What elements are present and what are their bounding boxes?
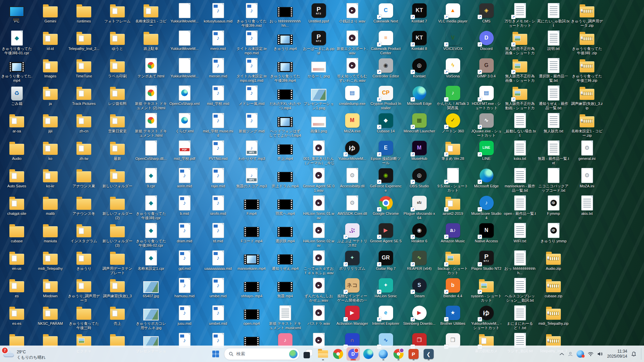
- desktop-icon[interactable]: ♪新規ソング.mid: [236, 113, 267, 133]
- desktop-icon[interactable]: PNT2おーばーまにあ.ppsf: [304, 30, 334, 55]
- desktop-icon[interactable]: G↗GIMP 3.0.4: [471, 58, 501, 78]
- desktop-icon[interactable]: ▶Groove Agent SE 01.wav: [304, 168, 334, 193]
- desktop-icon[interactable]: きゅうり食ってた.mp4: [2, 58, 32, 83]
- desktop-icon[interactable]: e↗Internet Explorer: [371, 305, 401, 326]
- desktop-icon[interactable]: ja: [35, 85, 65, 106]
- desktop-icon[interactable]: 羽尻へ.mp4: [270, 195, 300, 216]
- desktop-icon[interactable]: きゅうりボカコレ用サムネ.jpg: [136, 305, 166, 330]
- desktop-icon[interactable]: ♪meroin.mid: [203, 58, 233, 78]
- desktop-icon[interactable]: ▶答え知っててもむずいわこれ.wav: [337, 58, 367, 83]
- desktop-icon[interactable]: YukkuriMovieM...: [169, 30, 200, 51]
- desktop-icon[interactable]: 無題.mp4: [270, 278, 300, 298]
- desktop-icon[interactable]: ♪↗MuseScore Studio 4: [471, 195, 501, 220]
- desktop-icon[interactable]: ko-kr: [35, 168, 65, 188]
- desktop-icon[interactable]: 画像1.png: [304, 113, 334, 133]
- desktop-icon[interactable]: 新しいフォルダー: [102, 168, 132, 188]
- desktop-icon[interactable]: ラベル印刷: [102, 58, 132, 78]
- desktop-icon[interactable]: ♪PVTNd.mid: [203, 140, 233, 161]
- desktop-icon[interactable]: ▤createdump.exe: [337, 85, 367, 106]
- chevron-up-icon[interactable]: [559, 353, 564, 356]
- desktop-icon[interactable]: ✦↗ポリリリリズム: [337, 250, 367, 271]
- desktop-icon[interactable]: まにまにわーるど！.txt: [505, 305, 535, 330]
- desktop-icon[interactable]: ohhayo-.mp4: [236, 278, 267, 298]
- desktop-icon[interactable]: ♪kotusytuaaus.mid: [203, 3, 233, 23]
- desktop-icon[interactable]: プレゼンテーション1.png: [304, 85, 334, 110]
- desktop-icon[interactable]: id-id: [35, 30, 65, 51]
- desktop-icon[interactable]: PC: [2, 3, 32, 23]
- bell-dnd-icon[interactable]: z: [631, 351, 637, 357]
- desktop-icon[interactable]: ▶↗Activation Manager: [337, 305, 367, 326]
- desktop-icon[interactable]: ◆きゅうり食ってた午後3時-01.cpr: [2, 30, 32, 55]
- desktop-icon[interactable]: PNT2Untitled.ppsf: [304, 3, 334, 23]
- taskbar-task-view-button[interactable]: [301, 347, 315, 361]
- desktop-icon[interactable]: 井上.mp4: [270, 140, 300, 161]
- desktop-icon[interactable]: ↗無人販売不正行為 画像 - ショートカット: [505, 58, 535, 83]
- taskbar-weather-widget[interactable]: 7 29°C くもりのち晴れ: [3, 347, 46, 360]
- desktop-icon[interactable]: ↗筆まめ Ver.28: [438, 140, 468, 161]
- desktop-icon[interactable]: ◎↗OBS Studio: [404, 168, 434, 188]
- desktop-icon[interactable]: 新規 テキスト ドキュメント.html: [136, 113, 166, 138]
- desktop-icon[interactable]: きゅうり食ってた午後3時.mp4: [270, 58, 300, 83]
- desktop-icon[interactable]: ≡↗Cakewalk Product Center: [371, 30, 401, 55]
- desktop-icon[interactable]: ↗9.5.xlsx - ショートカット: [438, 168, 468, 193]
- desktop-icon[interactable]: ネコ↗孤独なインディーゲーム開発者の一生 ...: [337, 278, 367, 303]
- desktop-icon[interactable]: ⚙AWSSDK.Core.dll: [337, 195, 367, 216]
- desktop-icon[interactable]: ♪mid_学校.mid: [203, 85, 233, 106]
- desktop-icon[interactable]: 65407.jpg: [136, 278, 166, 298]
- desktop-icon[interactable]: Auto Saves: [2, 168, 32, 188]
- desktop-icon[interactable]: ♪umibe.mid: [203, 278, 233, 298]
- desktop-icon[interactable]: ϟ↗VoiSona: [438, 58, 468, 78]
- taskbar-start-button[interactable]: [209, 347, 222, 361]
- desktop-icon[interactable]: 選択肢.mp4: [270, 223, 300, 243]
- desktop-icon[interactable]: Gemini: [35, 3, 65, 23]
- desktop-icon[interactable]: ♪↗かんたん！AITalk 3 関西風: [438, 85, 468, 110]
- desktop-icon[interactable]: きゅうり.mp4: [270, 30, 300, 51]
- desktop-icon[interactable]: 新しいフォルダー (2): [102, 195, 132, 220]
- desktop-icon[interactable]: ▶HALion Sonic 01.wav: [304, 195, 334, 220]
- desktop-icon[interactable]: ∿↗REAPER (x64): [404, 250, 434, 271]
- desktop-icon[interactable]: ♪gpt.mid: [169, 250, 200, 271]
- desktop-icon[interactable]: 路上駐車: [136, 30, 166, 51]
- desktop-icon[interactable]: ♪MP3無題のスコア.mp3: [236, 168, 267, 188]
- desktop-icon[interactable]: ヘルスコンプレッション__歌詞.txt: [505, 278, 535, 303]
- desktop-icon[interactable]: ♪td.mid: [203, 223, 233, 243]
- desktop-icon[interactable]: b↗Blender 4.4: [438, 278, 468, 298]
- desktop-icon[interactable]: PDFmid_学校.pdf: [169, 140, 200, 161]
- desktop-icon[interactable]: ▶↗Groove Agent SE 5: [371, 223, 401, 243]
- desktop-icon[interactable]: ▦↗Minecraft Launcher: [404, 113, 434, 133]
- desktop-icon[interactable]: 新規 テキスト ドキュメント (2).html: [136, 85, 166, 110]
- desktop-icon[interactable]: おっ hhhhhhhhhhhhh...: [270, 3, 300, 28]
- desktop-icon[interactable]: OpenCvSharp.xml: [169, 85, 200, 106]
- desktop-icon[interactable]: open - 親作品一覧.txt: [505, 195, 535, 220]
- desktop-icon[interactable]: WIFI.txt: [505, 223, 535, 243]
- desktop-icon[interactable]: S↗Steam: [404, 278, 434, 298]
- desktop-icon[interactable]: ♪aorin.mid: [169, 168, 200, 188]
- desktop-icon[interactable]: open.mp4: [236, 305, 267, 326]
- desktop-icon[interactable]: sfz↗Plogue sforzando x64: [404, 195, 434, 220]
- desktop-icon[interactable]: 名称未設定1 - コピー: [136, 3, 166, 28]
- desktop-icon[interactable]: NKSC_PARAM: [35, 305, 65, 326]
- desktop-icon[interactable]: MMoZA.exe: [337, 113, 367, 133]
- desktop-icon[interactable]: ゆ↗YukkuriMovieM...: [337, 140, 367, 161]
- desktop-icon[interactable]: ♻ごみ箱: [2, 85, 32, 106]
- desktop-icon[interactable]: KT↗Kontakt 8: [404, 30, 434, 51]
- desktop-icon[interactable]: OpenCvSharp.dll...: [136, 140, 166, 161]
- desktop-icon[interactable]: ◆名称未設定1.cpr: [136, 250, 166, 271]
- desktop-icon[interactable]: ♪タイトル未設定.tempo.mid: [236, 30, 267, 55]
- desktop-icon[interactable]: zh-cn: [69, 113, 99, 133]
- volume-icon[interactable]: [597, 352, 603, 356]
- desktop-icon[interactable]: jijii: [35, 113, 65, 133]
- wifi-icon[interactable]: [588, 352, 594, 356]
- taskbar-discord-button[interactable]: D: [346, 347, 360, 361]
- desktop-icon[interactable]: D↗Discord: [471, 30, 501, 51]
- desktop-icon[interactable]: ▶小銭詰まり.wav: [337, 3, 367, 23]
- desktop-icon[interactable]: ▶ずんだもん_しおかぜふ.wav: [304, 278, 334, 303]
- desktop-icon[interactable]: akis.txt: [572, 195, 602, 216]
- desktop-icon[interactable]: Fコード.mp4: [236, 223, 267, 243]
- desktop-icon[interactable]: PNT2↗Piapro Studio NT2: [471, 250, 501, 271]
- desktop-icon[interactable]: アナウンス夏: [69, 168, 99, 188]
- desktop-icon[interactable]: きゅうり_調声用データ: [69, 278, 99, 303]
- desktop-icon[interactable]: ♪タイトル未設定.tempo.orig1.mid: [236, 58, 267, 83]
- desktop-icon[interactable]: 調声用データテンプレート: [102, 250, 132, 275]
- desktop-icon[interactable]: 無題 - 親作品一覧.txt: [538, 140, 569, 165]
